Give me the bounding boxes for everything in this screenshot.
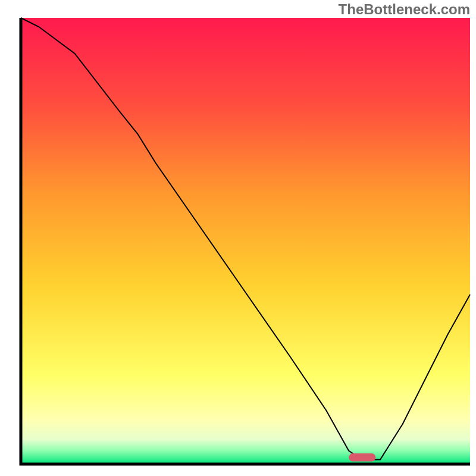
- watermark-text: TheBottleneck.com: [339, 1, 470, 18]
- chart-svg: [0, 0, 476, 476]
- optimal-marker: [349, 453, 375, 462]
- chart-container: TheBottleneck.com: [0, 0, 476, 476]
- chart-background: [21, 18, 470, 464]
